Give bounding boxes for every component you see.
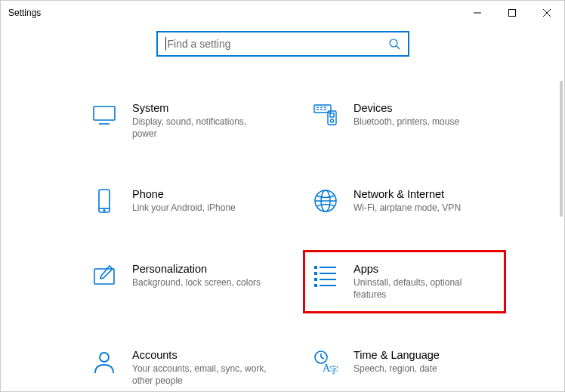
time-language-icon: A 字	[313, 349, 338, 375]
svg-rect-1	[509, 10, 516, 17]
category-title: Time & Language	[354, 349, 440, 361]
svg-rect-28	[320, 273, 336, 274]
window-controls	[460, 1, 564, 25]
category-text: Accounts Your accounts, email, sync, wor…	[132, 349, 268, 387]
scrollbar[interactable]	[560, 81, 563, 217]
category-desc: Link your Android, iPhone	[132, 202, 236, 214]
svg-rect-32	[320, 285, 336, 286]
minimize-button[interactable]	[460, 1, 495, 25]
category-title: Phone	[132, 188, 236, 200]
category-desc: Uninstall, defaults, optional features	[354, 276, 489, 301]
category-desc: Display, sound, notifications, power	[132, 116, 268, 140]
category-phone[interactable]: Phone Link your Android, iPhone	[84, 181, 282, 221]
category-system[interactable]: System Display, sound, notifications, po…	[84, 94, 282, 147]
category-devices[interactable]: Devices Bluetooth, printers, mouse	[305, 94, 504, 147]
svg-point-20	[103, 210, 105, 211]
category-network[interactable]: Network & Internet Wi-Fi, airplane mode,…	[305, 181, 504, 221]
svg-rect-30	[320, 279, 336, 280]
svg-rect-16	[330, 113, 334, 117]
search-input[interactable]: Find a setting	[156, 31, 409, 57]
maximize-button[interactable]	[495, 1, 529, 25]
category-title: Accounts	[132, 349, 268, 361]
category-text: System Display, sound, notifications, po…	[132, 102, 268, 140]
category-text: Network & Internet Wi-Fi, airplane mode,…	[354, 188, 461, 214]
accounts-icon	[91, 349, 117, 375]
category-text: Apps Uninstall, defaults, optional featu…	[354, 263, 489, 301]
svg-rect-25	[314, 266, 317, 269]
category-text: Phone Link your Android, iPhone	[132, 188, 236, 214]
svg-rect-29	[314, 278, 317, 281]
category-desc: Background, lock screen, colors	[132, 276, 261, 289]
category-title: Network & Internet	[354, 188, 461, 200]
apps-icon	[313, 263, 338, 289]
category-desc: Speech, region, date	[354, 363, 440, 375]
svg-point-17	[331, 119, 334, 122]
category-time-language[interactable]: A 字 Time & Language Speech, region, date	[305, 341, 504, 392]
search-icon	[388, 38, 400, 50]
window-title: Settings	[8, 8, 41, 18]
text-cursor	[165, 37, 166, 51]
search-placeholder: Find a setting	[168, 38, 388, 50]
svg-rect-26	[320, 267, 336, 268]
categories-grid: System Display, sound, notifications, po…	[1, 57, 564, 392]
category-title: Personalization	[132, 263, 261, 275]
search-container: Find a setting	[1, 31, 564, 57]
svg-point-33	[100, 353, 109, 362]
phone-icon	[91, 188, 117, 214]
category-title: System	[132, 102, 268, 114]
svg-text:字: 字	[329, 365, 338, 375]
svg-rect-6	[94, 106, 115, 120]
category-desc: Your accounts, email, sync, work, other …	[132, 363, 268, 387]
devices-icon	[313, 102, 338, 128]
category-title: Devices	[354, 102, 459, 114]
category-desc: Bluetooth, printers, mouse	[354, 116, 459, 128]
category-accounts[interactable]: Accounts Your accounts, email, sync, wor…	[84, 341, 282, 392]
system-icon	[91, 102, 117, 128]
category-text: Time & Language Speech, region, date	[354, 349, 440, 375]
category-title: Apps	[354, 263, 489, 275]
category-apps[interactable]: Apps Uninstall, defaults, optional featu…	[303, 250, 506, 313]
category-text: Devices Bluetooth, printers, mouse	[354, 102, 459, 128]
personalization-icon	[91, 263, 117, 289]
category-text: Personalization Background, lock screen,…	[132, 263, 261, 289]
category-desc: Wi-Fi, airplane mode, VPN	[354, 202, 461, 214]
svg-line-5	[397, 46, 400, 49]
svg-point-4	[390, 39, 397, 47]
network-icon	[313, 188, 338, 214]
svg-rect-31	[314, 284, 317, 287]
close-button[interactable]	[529, 1, 564, 25]
svg-rect-27	[314, 272, 317, 275]
category-personalization[interactable]: Personalization Background, lock screen,…	[84, 255, 282, 308]
svg-line-36	[321, 357, 324, 359]
